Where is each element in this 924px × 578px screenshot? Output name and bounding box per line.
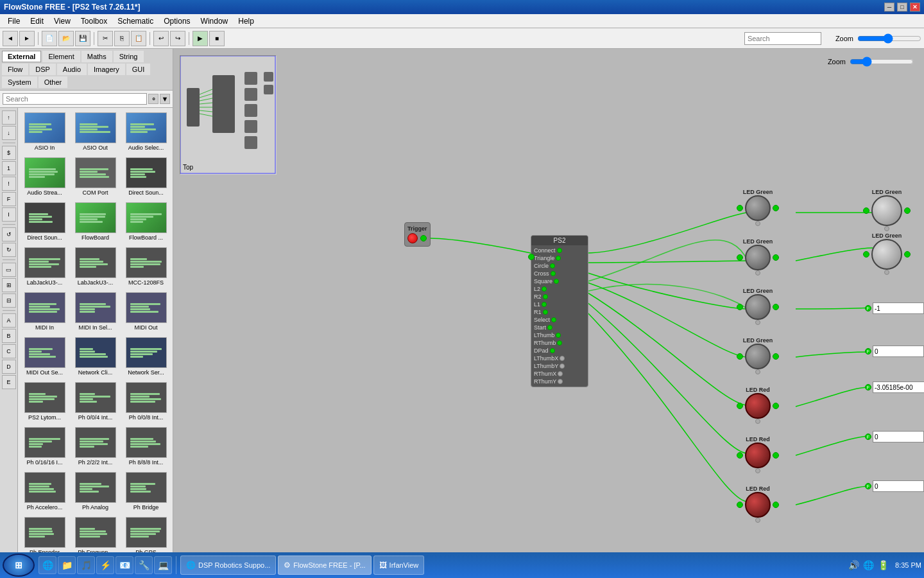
float-node-4[interactable]: F ▸ F	[865, 431, 924, 442]
canvas-zoom-slider[interactable]	[850, 57, 914, 67]
led-green-node-2[interactable]: LED Green	[737, 238, 779, 276]
component-item-20[interactable]: Ph 0/0/8 Int...	[122, 380, 170, 423]
component-item-16[interactable]: Network Cli...	[71, 335, 119, 378]
led-green-right-node-1[interactable]: LED Green	[863, 189, 911, 231]
menu-item-schematic[interactable]: Schematic	[112, 15, 158, 27]
lt-btn-9[interactable]: ↻	[2, 243, 16, 257]
lt-btn-1[interactable]: ↑	[2, 110, 16, 125]
lt-btn-14[interactable]: B	[2, 329, 16, 343]
cut-button[interactable]: ✂	[98, 31, 113, 46]
zoom-slider[interactable]	[857, 33, 921, 44]
component-item-3[interactable]: Audio Strea...	[21, 155, 69, 198]
start-button[interactable]: ⊞	[3, 554, 35, 577]
lt-btn-7[interactable]: I	[2, 207, 16, 222]
sidebar-tab-string[interactable]: String	[114, 51, 144, 62]
component-item-25[interactable]: Ph Analog	[71, 470, 119, 512]
sidebar-tab-other[interactable]: Other	[38, 76, 68, 88]
save-button[interactable]: 💾	[75, 31, 90, 46]
sidebar-search-icon[interactable]: ⚬	[148, 94, 158, 104]
lt-btn-13[interactable]: A	[2, 313, 16, 328]
lt-btn-10[interactable]: ▭	[2, 263, 16, 277]
undo-button[interactable]: ↩	[153, 31, 169, 46]
component-item-26[interactable]: Ph Bridge	[122, 470, 170, 512]
lt-btn-5[interactable]: !	[2, 177, 16, 191]
lt-btn-8[interactable]: ↺	[2, 227, 16, 241]
lt-btn-12[interactable]: ⊟	[2, 293, 16, 308]
led-green-node-3[interactable]: LED Green	[737, 288, 779, 325]
trigger-node[interactable]: Trigger	[404, 222, 431, 247]
redo-button[interactable]: ↪	[170, 31, 185, 46]
canvas-area[interactable]: Top Zoom	[173, 49, 924, 552]
float-input-1[interactable]	[873, 302, 924, 314]
component-item-13[interactable]: MIDI In Sel...	[71, 290, 119, 333]
lt-btn-16[interactable]: D	[2, 360, 16, 374]
component-item-19[interactable]: Ph 0/0/4 Int...	[71, 380, 119, 423]
sidebar-tab-element[interactable]: Element	[42, 51, 80, 62]
menu-item-view[interactable]: View	[49, 15, 76, 27]
sidebar-expand-icon[interactable]: ▼	[160, 94, 170, 104]
float-input-2[interactable]	[873, 346, 924, 357]
ps2-node[interactable]: PS2 Connect Triangle Circle Cross	[531, 235, 588, 387]
component-item-2[interactable]: Audio Selec...	[122, 110, 170, 153]
quicklaunch-6[interactable]: 🔧	[135, 556, 153, 574]
lt-btn-3[interactable]: $	[2, 146, 16, 160]
taskbar-flowstone-button[interactable]: ⚙ FlowStone FREE - [P...	[278, 556, 371, 575]
component-item-11[interactable]: MCC-1208FS	[122, 245, 170, 288]
led-green-right-node-2[interactable]: LED Green	[863, 232, 911, 275]
component-item-0[interactable]: ASIO In	[21, 110, 69, 153]
menu-item-options[interactable]: Options	[158, 15, 195, 27]
sidebar-tab-imagery[interactable]: Imagery	[88, 64, 125, 75]
taskbar-irfan-button[interactable]: 🖼 IrfanView	[373, 556, 425, 575]
component-item-9[interactable]: LabJackU3-...	[21, 245, 69, 288]
menu-item-window[interactable]: Window	[196, 15, 234, 27]
component-item-14[interactable]: MIDI Out	[122, 290, 170, 333]
component-item-8[interactable]: FlowBoard ...	[122, 200, 170, 243]
copy-button[interactable]: ⎘	[114, 31, 130, 46]
lt-btn-2[interactable]: ↓	[2, 126, 16, 140]
menu-item-file[interactable]: File	[3, 15, 25, 27]
component-item-17[interactable]: Network Ser...	[122, 335, 170, 378]
forward-button[interactable]: ►	[19, 31, 35, 46]
float-input-3[interactable]	[873, 381, 924, 393]
led-red-node-2[interactable]: LED Red	[737, 436, 779, 473]
component-item-24[interactable]: Ph Accelero...	[21, 470, 69, 512]
led-red-node-1[interactable]: LED Red	[737, 387, 779, 424]
component-item-23[interactable]: Ph 8/8/8 Int...	[122, 425, 170, 468]
component-item-1[interactable]: ASIO Out	[71, 110, 119, 153]
sidebar-tab-dsp[interactable]: DSP	[30, 64, 56, 75]
quicklaunch-4[interactable]: ⚡	[96, 556, 114, 574]
lt-btn-4[interactable]: 1	[2, 161, 16, 175]
open-button[interactable]: 📂	[58, 31, 74, 46]
close-button[interactable]: ✕	[910, 3, 920, 12]
sidebar-tab-audio[interactable]: Audio	[57, 64, 87, 75]
sidebar-tab-system[interactable]: System	[2, 76, 37, 88]
quicklaunch-ie[interactable]: 🌐	[38, 556, 56, 574]
float-input-5[interactable]	[873, 480, 924, 492]
component-item-12[interactable]: MIDI In	[21, 290, 69, 333]
lt-btn-6[interactable]: F	[2, 192, 16, 206]
float-node-2[interactable]: F F	[865, 346, 924, 357]
lt-btn-11[interactable]: ⊞	[2, 278, 16, 292]
component-item-28[interactable]: Ph Frequen...	[71, 515, 119, 552]
back-button[interactable]: ◄	[3, 31, 18, 46]
component-item-4[interactable]: COM Port	[71, 155, 119, 198]
component-item-7[interactable]: FlowBoard	[71, 200, 119, 243]
lt-btn-15[interactable]: C	[2, 344, 16, 358]
stop-button[interactable]: ■	[209, 31, 225, 46]
float-node-1[interactable]: F ▸ F	[865, 302, 924, 314]
quicklaunch-explorer[interactable]: 📁	[58, 556, 76, 574]
quicklaunch-5[interactable]: 📧	[116, 556, 133, 574]
led-green-node-1[interactable]: LED Green	[737, 189, 779, 226]
component-item-18[interactable]: PS2 Lytom...	[21, 380, 69, 423]
float-input-4[interactable]	[873, 431, 924, 442]
sidebar-search-input[interactable]	[3, 93, 147, 105]
float-node-5[interactable]: F F	[865, 480, 924, 492]
component-item-15[interactable]: MIDI Out Se...	[21, 335, 69, 378]
sidebar-tab-gui[interactable]: GUI	[126, 64, 151, 75]
menu-item-edit[interactable]: Edit	[25, 15, 49, 27]
sidebar-tab-maths[interactable]: Maths	[81, 51, 112, 62]
component-item-10[interactable]: LabJackU3-...	[71, 245, 119, 288]
component-item-5[interactable]: Direct Soun...	[122, 155, 170, 198]
menu-item-help[interactable]: Help	[233, 15, 259, 27]
sidebar-tab-external[interactable]: External	[2, 51, 41, 62]
